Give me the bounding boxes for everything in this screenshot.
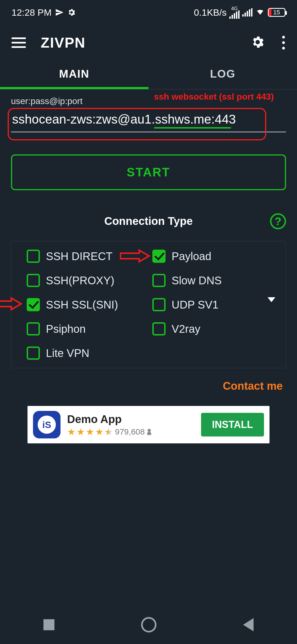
- tab-main[interactable]: MAIN: [0, 61, 148, 89]
- more-button[interactable]: [278, 31, 289, 54]
- net-speed: 0.1KB/s: [194, 7, 227, 18]
- connection-input[interactable]: [11, 109, 286, 132]
- ad-review-count: 979,608: [115, 427, 145, 436]
- system-nav-bar: [0, 605, 297, 644]
- option-lite-vpn[interactable]: Lite VPN: [27, 346, 152, 360]
- nav-back-icon[interactable]: [243, 618, 254, 631]
- option-label: SSH DIRECT: [46, 250, 112, 263]
- section-title: Connection Type: [104, 215, 193, 227]
- option-ssh-proxy[interactable]: SSH(PROXY): [27, 274, 152, 287]
- option-label: V2ray: [172, 323, 200, 335]
- option-psiphon[interactable]: Psiphon: [27, 322, 152, 335]
- nav-home-icon[interactable]: [141, 617, 156, 632]
- start-button[interactable]: START: [11, 154, 286, 190]
- install-button[interactable]: INSTALL: [201, 413, 264, 436]
- person-icon: [146, 429, 152, 435]
- checkbox-icon: [27, 250, 40, 263]
- option-label: Slow DNS: [172, 274, 222, 287]
- annotation-arrow-sshssl: [0, 297, 22, 311]
- option-label: SSH SSL(SNI): [46, 299, 118, 311]
- chevron-down-icon: [268, 302, 275, 307]
- checkbox-checked-icon: [152, 250, 166, 263]
- status-bar: 12:28 PM 0.1KB/s 4G 15: [0, 0, 297, 25]
- option-label: Psiphon: [46, 323, 86, 335]
- settings-button[interactable]: [246, 30, 270, 55]
- option-slow-dns[interactable]: Slow DNS: [152, 274, 278, 287]
- gear-small-icon: [67, 8, 76, 17]
- tab-bar: MAIN LOG: [0, 61, 297, 89]
- wifi-icon: [255, 7, 265, 18]
- status-time: 12:28 PM: [12, 7, 52, 18]
- contact-link[interactable]: Contact me: [11, 380, 286, 392]
- ad-rating: ★★★★★ 979,608: [67, 427, 194, 436]
- battery-percent: 15: [269, 9, 285, 16]
- checkbox-icon: [152, 274, 166, 287]
- help-button[interactable]: ?: [270, 213, 286, 229]
- telegram-icon: [55, 8, 64, 17]
- option-label: UDP SV1: [172, 299, 218, 311]
- ad-banner[interactable]: iS Demo App ★★★★★ 979,608 INSTALL: [28, 406, 270, 443]
- ad-app-icon: iS: [33, 411, 61, 438]
- checkbox-checked-icon: [27, 298, 40, 311]
- checkbox-icon: [152, 298, 166, 311]
- signal-icon-1: [229, 10, 240, 19]
- battery-icon: 15: [268, 8, 285, 17]
- option-payload[interactable]: Payload: [152, 250, 278, 263]
- option-label: Lite VPN: [46, 347, 89, 359]
- checkbox-icon: [27, 346, 40, 360]
- tab-log[interactable]: LOG: [148, 61, 297, 89]
- option-udp-dropdown[interactable]: UDP SV1: [152, 298, 278, 311]
- checkbox-icon: [27, 322, 40, 335]
- option-label: Payload: [172, 250, 211, 263]
- nav-recent-icon[interactable]: [43, 619, 54, 630]
- annotation-banner: ssh websocket (ssl port 443): [154, 92, 274, 102]
- option-label: SSH(PROXY): [46, 274, 114, 287]
- option-ssh-ssl-sni[interactable]: SSH SSL(SNI): [27, 298, 152, 311]
- option-ssh-direct[interactable]: SSH DIRECT: [27, 250, 152, 263]
- option-v2ray[interactable]: V2ray: [152, 322, 278, 335]
- checkbox-icon: [152, 322, 166, 335]
- ad-title: Demo App: [67, 413, 194, 425]
- app-bar: ZIVPN: [0, 25, 297, 61]
- menu-icon[interactable]: [8, 34, 30, 52]
- connection-type-grid: SSH DIRECT Payload SSH(PROXY) Slow DNS S…: [11, 241, 286, 368]
- signal-icon-2: [242, 8, 252, 17]
- checkbox-icon: [27, 274, 40, 287]
- app-title: ZIVPN: [41, 34, 86, 51]
